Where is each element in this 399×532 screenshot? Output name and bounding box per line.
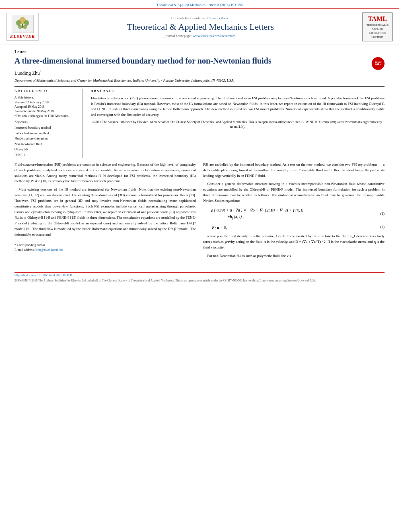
keyword-5: Oldroyd-B [14,147,78,152]
elsevier-emblem [12,15,34,33]
taml-full: THEORETICAL & APPLIED MECHANICS LETTERS [366,23,389,38]
accepted-date: Accepted 19 May 2018 [14,105,78,109]
elsevier-name: ELSEVIER [10,34,35,39]
footer-copyright: 2095-0349/© 2018 The Authors. Published … [14,279,385,283]
svg-point-4 [18,25,22,29]
article-title: A three-dimensional immersed boundary me… [14,55,368,66]
journal-ref-link[interactable]: Theoretical & Applied Mechanics Letters … [156,3,243,7]
body-columns: Fluid-structure-interaction (FSI) proble… [14,162,385,262]
body-col-left: Fluid-structure-interaction (FSI) proble… [14,162,196,262]
body-para-2: Most existing versions of the IB method … [14,187,196,237]
page-footer: http://dx.doi.org/10.1016/j.taml.2018.03… [0,270,399,285]
footer-divider [14,272,385,273]
keyword-6: FENE-P [14,152,78,158]
equation-2-block: ∇ · u = 0, (2) [203,224,385,231]
page: Theoretical & Applied Mechanics Letters … [0,0,399,532]
body-col-right: FSI are modelled by the immersed boundar… [203,162,385,262]
abstract-label: ABSTRACT [91,89,385,94]
body-para-right-1: FSI are modelled by the immersed boundar… [203,162,385,179]
footnote-area: * Corresponding author. E-mail address: … [14,241,196,253]
corresponding-footnote: * Corresponding author. E-mail address: … [14,243,196,253]
elsevier-logo: ELSEVIER [6,13,39,41]
keyword-2: Lattice Boltzmann method [14,131,78,136]
received-date: Received 2 February 2018 [14,101,78,104]
history-label: Article history: [14,96,78,99]
author-line: Luoding Zhu* [14,70,385,76]
eq-number-2: (2) [372,224,385,230]
taml-logo: TAML THEORETICAL & APPLIED MECHANICS LET… [362,12,393,41]
crossmark: ✕ Cross Mark [372,57,385,70]
abstract-col: ABSTRACT Fluid-structure-Interaction (FS… [91,89,385,158]
crossmark-icon: ✕ Cross Mark [372,57,385,70]
homepage-link[interactable]: www.elsevier.com/locate/taml [193,34,237,38]
keywords-list: Immersed boundary method Lattice Boltzma… [14,125,78,158]
sciencedirect-link[interactable]: ScienceDirect [210,16,230,20]
eq-number-1: (1) [372,211,385,217]
body-para-1: Fluid-structure-interaction (FSI) proble… [14,162,196,185]
equation-1-block: ρ ( ∂u/∂t + u · ∇u ) = −∇p + ∇ · (2ηD) +… [203,207,385,221]
email-link[interactable]: lzhu@math.iupui.edu [35,248,63,252]
available-date: Available online 20 May 2018 [14,109,78,113]
journal-banner: ELSEVIER Contents lists available at Sci… [0,9,399,45]
equation-1: ρ ( ∂u/∂t + u · ∇u ) = −∇p + ∇ · (2ηD) +… [203,207,372,221]
journal-title: Theoretical & Applied Mechanics Letters [43,22,358,32]
main-content: Letter A three-dimensional immersed boun… [0,45,399,266]
article-type: Letter [14,49,385,54]
top-header: Theoretical & Applied Mechanics Letters … [0,0,399,9]
article-info-abstract-row: ARTICLE INFO Article history: Received 2… [14,86,385,158]
svg-point-3 [24,20,29,26]
keyword-1: Immersed boundary method [14,125,78,131]
article-note: *This article belongs to the Fluid Mecha… [14,114,78,118]
affiliation: Department of Mathematical Sciences and … [14,78,385,84]
keywords-label: Keywords: [14,120,78,124]
taml-logo-box: TAML THEORETICAL & APPLIED MECHANICS LET… [362,12,393,41]
sciencedirect-line: Contents lists available at ScienceDirec… [43,16,358,20]
svg-point-2 [16,20,21,26]
abstract-copyright: ©2018 The Authors. Published by Elsevier… [91,120,385,129]
body-para-right-3: where ρ is the fluid density, p is the p… [203,234,385,251]
keyword-3: Fluid-structure-interaction [14,136,78,142]
equation-2: ∇ · u = 0, [203,224,372,231]
doi-anchor[interactable]: http://dx.doi.org/10.1016/j.taml.2018.03… [14,273,72,277]
doi-link: http://dx.doi.org/10.1016/j.taml.2018.03… [14,273,385,277]
article-info-label: ARTICLE INFO [14,89,78,94]
journal-homepage: journal homepage: www.elsevier.com/locat… [43,34,358,38]
journal-center: Contents lists available at ScienceDirec… [43,16,358,38]
body-para-right-4: For non-Newtonian fluids such as polymer… [203,253,385,259]
svg-text:Mark: Mark [375,63,381,66]
article-info-col: ARTICLE INFO Article history: Received 2… [14,89,83,158]
taml-abbr: TAML [364,14,391,23]
body-para-right-2: Consider a generic deformable structure … [203,181,385,204]
svg-point-5 [23,25,27,29]
keyword-4: Non-Newtonian fluid [14,142,78,147]
title-row: A three-dimensional immersed boundary me… [14,55,385,70]
abstract-text: Fluid-structure-Interaction (FSI) phenom… [91,96,385,117]
